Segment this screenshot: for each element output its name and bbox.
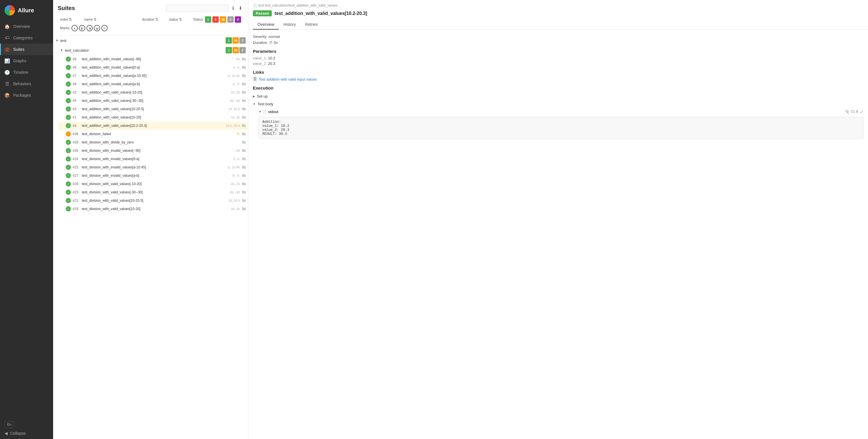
suite-row-test-calculator[interactable]: ▼ test_calculator 1 38 2 <box>58 45 248 55</box>
param-name-2: value_2: <box>253 61 268 66</box>
name-sort-button[interactable]: name ⇅ <box>84 18 141 22</box>
sidebar-bottom: En ◀ Collapse <box>0 418 53 439</box>
sidebar-item-overview[interactable]: 🏠 Overview <box>0 21 53 32</box>
test-row[interactable]: ✓ #9 test_addition_with_invalid_values[a… <box>58 80 248 88</box>
test-duration: 0s <box>242 82 246 86</box>
tab-retries[interactable]: Retries <box>301 20 322 30</box>
sidebar-label-overview: Overview <box>13 24 30 29</box>
test-duration: 0s <box>242 165 246 169</box>
test-row[interactable]: ✓ #7 test_addition_with_invalid_values[a… <box>58 72 248 80</box>
test-name: test_division_with_valid_values[10-20] <box>82 207 230 211</box>
test-row[interactable]: ✓ #21 test_division_with_valid_values[10… <box>58 196 248 205</box>
sidebar-item-suites[interactable]: 💼 Suites <box>0 43 53 55</box>
test-params: 10.2, 20.3 <box>226 124 240 127</box>
duration-sort-button[interactable]: duration ⇅ <box>142 18 168 22</box>
link-item-1[interactable]: 🗄 Test addition with valid input values <box>253 77 863 82</box>
mark-icon-5[interactable]: ↻ <box>101 25 107 31</box>
sidebar-label-timeline: Timeline <box>13 70 28 74</box>
test-name: test_division_with_invalid_values[a-b] <box>82 174 231 178</box>
tab-history[interactable]: History <box>279 20 301 30</box>
marks-label: Marks: <box>60 26 70 30</box>
setup-label: Set up <box>257 94 268 98</box>
suites-title-row: Suites ℹ ⬇ <box>58 5 243 12</box>
test-row[interactable]: ✓ #6 test_addition_with_invalid_values[0… <box>58 63 248 72</box>
logo-icon <box>5 5 15 15</box>
sidebar-nav: 🏠 Overview 🏷 Categories 💼 Suites 📊 Graph… <box>0 21 53 418</box>
test-row[interactable]: ✓ #5 test_addition_with_valid_values[-30… <box>58 97 248 105</box>
test-row[interactable]: ✓ #1 test_addition_with_valid_values[10-… <box>58 113 248 122</box>
test-number: #26 <box>73 149 81 153</box>
test-number: #38 <box>73 132 81 136</box>
sidebar-item-packages[interactable]: 📦 Packages <box>0 90 53 101</box>
test-name: test_addition_with_valid_values[10-20.5] <box>82 107 227 111</box>
test-status-icon: ✓ <box>66 98 71 103</box>
collapse-label: Collapse <box>10 431 26 436</box>
test-number: #25 <box>73 165 81 169</box>
test-status-icon: ✓ <box>66 106 71 112</box>
mark-icon-3[interactable]: ◑ <box>86 25 93 31</box>
sidebar-item-timeline[interactable]: 🕐 Timeline <box>0 67 53 78</box>
test-number: #23 <box>73 190 81 194</box>
test-row[interactable]: ✓ #2 test_addition_with_valid_values[-10… <box>58 88 248 97</box>
sidebar-item-categories[interactable]: 🏷 Categories <box>0 32 53 43</box>
test-status-icon: ✓ <box>66 173 71 178</box>
severity-text: Severity: normal <box>253 34 280 39</box>
test-row[interactable]: ✓ #26 test_division_with_invalid_values[… <box>58 147 248 155</box>
test-duration: 0s <box>242 174 246 178</box>
test-status-icon: ✓ <box>66 165 71 170</box>
sidebar-item-graphs[interactable]: 📊 Graphs <box>0 55 53 67</box>
test-row[interactable]: ✓ #8 test_addition_with_invalid_values[-… <box>58 55 248 63</box>
test-params: ", -90 <box>232 149 240 152</box>
test-row[interactable]: ✓ #19 test_division_with_valid_values[10… <box>58 205 248 213</box>
test-duration: 0s <box>242 115 246 119</box>
setup-row[interactable]: ▶ Set up <box>253 93 863 99</box>
test-number: #21 <box>73 198 81 202</box>
test-row[interactable]: ✓ #4 test_addition_with_valid_values[10.… <box>58 122 248 130</box>
test-row[interactable]: ✓ #25 test_division_with_invalid_values[… <box>58 163 248 171</box>
mark-icon-4[interactable]: ◒ <box>94 25 100 31</box>
sidebar-label-packages: Packages <box>13 93 31 98</box>
test-row[interactable]: ! #38 test_division_failed ↻ 0s <box>58 130 248 138</box>
param-value1: value_1: 10.2 <box>253 56 863 60</box>
test-params: 10, 20.5 <box>228 199 240 202</box>
categories-icon: 🏷 <box>5 35 10 40</box>
expand-all-icon[interactable]: ⤢ <box>860 109 863 114</box>
test-params: -10, 20 <box>230 182 240 186</box>
collapse-button[interactable]: ◀ Collapse <box>5 431 49 436</box>
search-input[interactable] <box>166 5 229 12</box>
test-row[interactable]: ✓ #24 test_division_with_invalid_values[… <box>58 155 248 163</box>
tab-overview[interactable]: Overview <box>253 20 279 30</box>
detail-title-row: Passed test_addition_with_valid_values[1… <box>253 10 863 17</box>
info-button[interactable]: ℹ <box>231 5 235 11</box>
test-params: -30, -30 <box>229 99 240 102</box>
test-row[interactable]: ✓ #23 test_division_with_valid_values[-3… <box>58 188 248 196</box>
test-params: 10, 20.5 <box>228 107 240 111</box>
test-status-icon: ✓ <box>66 190 71 195</box>
mark-icon-1[interactable]: ● <box>71 25 78 31</box>
execution-section: ▶ Set up ▼ Test body ▼ 📄 <box>253 93 863 139</box>
test-row[interactable]: ✓ #27 test_division_with_invalid_values[… <box>58 171 248 180</box>
test-duration: 0s <box>242 65 246 69</box>
test-number: #24 <box>73 157 81 161</box>
test-row[interactable]: ✓ #20 test_division_with_valid_values[-1… <box>58 180 248 188</box>
test-body-row[interactable]: ▼ Test body <box>253 101 863 107</box>
test-status-icon: ✓ <box>66 90 71 95</box>
suite-group-test-calculator: ▼ test_calculator 1 38 2 ✓ #8 test_addit… <box>53 45 248 213</box>
mark-icon-2[interactable]: ◐ <box>79 25 85 31</box>
links-title: Links <box>253 70 863 74</box>
test-suite-badges: 1 38 2 <box>226 37 246 43</box>
order-sort-button[interactable]: order ⇅ <box>60 18 83 22</box>
test-row[interactable]: ✓ #28 test_division_with_divide_by_zero … <box>58 138 248 147</box>
duration-sort-icon: ⇅ <box>155 18 158 22</box>
language-button[interactable]: En <box>5 421 14 428</box>
home-icon: 🏠 <box>5 24 10 29</box>
test-row[interactable]: ✓ #3 test_addition_with_valid_values[10-… <box>58 105 248 113</box>
test-number: #1 <box>73 115 81 119</box>
status-sort-button[interactable]: status ⇅ <box>169 18 192 22</box>
test-number: #20 <box>73 182 81 186</box>
test-params: 0, 'a' <box>234 66 240 69</box>
download-button[interactable]: ⬇ <box>237 5 243 11</box>
suite-row-test[interactable]: ▼ test 1 38 2 <box>53 36 248 45</box>
test-name: test_addition_with_invalid_values[a-b] <box>82 82 231 86</box>
sidebar-item-behaviors[interactable]: ☰ Behaviors <box>0 78 53 90</box>
